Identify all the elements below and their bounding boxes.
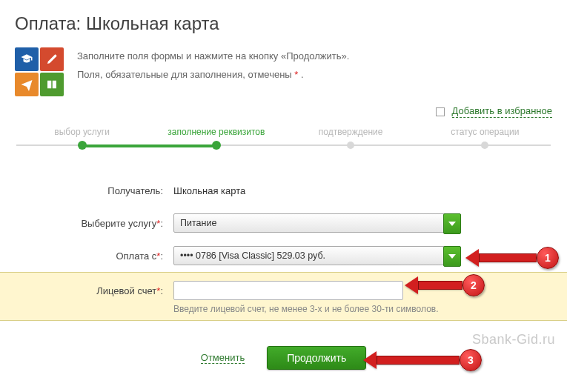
row-recipient: Получатель: Школьная карта — [15, 174, 552, 207]
cancel-button[interactable]: Отменить — [201, 352, 245, 364]
footer-actions: Отменить Продолжить 3 — [15, 346, 552, 370]
service-select-chevron[interactable] — [443, 213, 461, 234]
step-label-2: заполнение реквизитов — [149, 127, 283, 137]
colon: : — [160, 285, 163, 296]
continue-button[interactable]: Продолжить — [267, 346, 366, 370]
add-to-favorites-link[interactable]: Добавить в избранное — [452, 105, 552, 118]
service-logo — [15, 47, 64, 96]
pay-from-select-value: •••• 0786 [Visa Classic] 529.03 руб. — [180, 250, 325, 261]
step-dot-1 — [78, 141, 87, 150]
intro-text: Заполните поля формы и нажмите на кнопку… — [77, 47, 349, 84]
row-pay-from: Оплата с*: •••• 0786 [Visa Classic] 529.… — [15, 239, 552, 272]
account-hint: Введите лицевой счет, не менее 3-х и не … — [173, 304, 552, 314]
watermark: Sbank-Gid.ru — [472, 332, 555, 348]
step-label-3: подтверждение — [284, 127, 418, 137]
service-select[interactable]: Питание — [173, 213, 461, 233]
service-label: Выберите услугу — [81, 218, 156, 229]
logo-icon-pen — [40, 47, 64, 71]
step-dot-3 — [347, 142, 354, 149]
logo-icon-plane — [15, 73, 39, 96]
intro-line2-prefix: Поля, обязательные для заполнения, отмеч… — [77, 69, 294, 80]
step-dot-4 — [481, 142, 488, 149]
pay-from-select[interactable]: •••• 0786 [Visa Classic] 529.03 руб. — [173, 246, 461, 265]
step-label-1: выбор услуги — [15, 127, 149, 137]
pay-from-label: Оплата с — [116, 250, 156, 262]
pay-from-select-chevron[interactable] — [443, 246, 461, 267]
logo-icon-cap — [15, 47, 39, 71]
colon: : — [160, 218, 163, 229]
recipient-value: Школьная карта — [173, 185, 245, 196]
step-dot-2 — [212, 141, 221, 150]
intro-line-2: Поля, обязательные для заполнения, отмеч… — [77, 66, 349, 84]
colon: : — [160, 250, 163, 262]
account-label: Лицевой счет — [96, 285, 156, 296]
progress-stepper: выбор услуги заполнение реквизитов подтв… — [15, 127, 552, 155]
service-select-value: Питание — [180, 218, 216, 228]
step-label-4: статус операции — [418, 127, 552, 137]
callout-arrow-3: 3 — [363, 349, 482, 371]
account-input[interactable] — [173, 281, 403, 300]
row-account: Лицевой счет*: Введите лицевой счет, не … — [0, 272, 567, 321]
favorite-icon — [436, 107, 445, 116]
intro-line-1: Заполните поля формы и нажмите на кнопку… — [77, 47, 349, 66]
row-service: Выберите услугу*: Питание — [15, 207, 552, 239]
page-title: Оплата: Школьная карта — [15, 13, 552, 34]
intro-block: Заполните поля формы и нажмите на кнопку… — [15, 47, 552, 96]
recipient-label: Получатель: — [15, 185, 173, 196]
callout-bubble-3: 3 — [460, 349, 482, 371]
intro-line2-suffix: . — [298, 69, 303, 80]
logo-icon-books — [40, 73, 64, 96]
